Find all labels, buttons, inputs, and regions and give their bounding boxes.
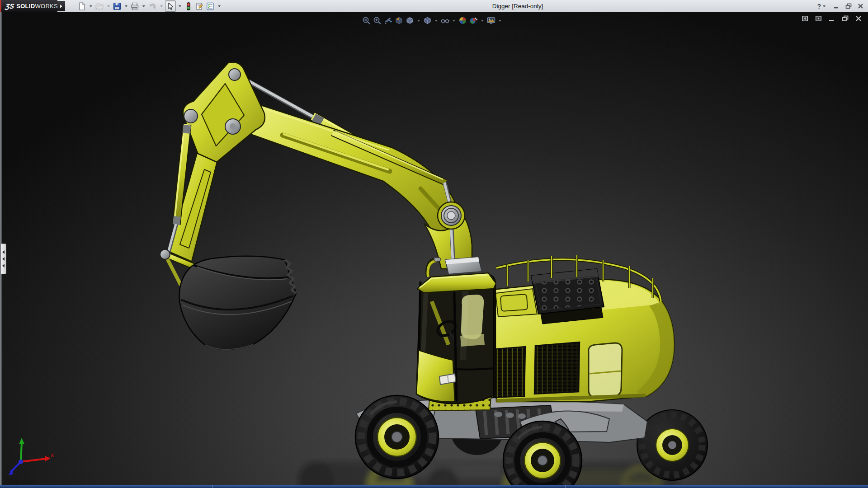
hide-show-items-icon <box>440 16 450 25</box>
display-style-caret[interactable] <box>435 20 438 22</box>
zoom-to-fit-button[interactable] <box>362 16 371 25</box>
solidworks-logo-light: WORKS <box>35 3 58 9</box>
edit-appearance-icon <box>458 16 467 25</box>
restore-button[interactable] <box>845 3 852 9</box>
window-controls: ? <box>817 0 863 12</box>
hood-hatch <box>495 289 537 317</box>
solidworks-logo-bold: SOLID <box>16 3 35 9</box>
minimize-icon <box>834 3 840 9</box>
taskbar-divider <box>181 485 181 488</box>
wheel-front-left <box>355 395 439 479</box>
new-document-icon <box>77 2 86 11</box>
bucket <box>179 256 296 350</box>
collapse-arrow-icon <box>2 257 5 261</box>
open-button[interactable] <box>94 1 104 11</box>
display-style-icon <box>423 16 432 25</box>
section-view-button[interactable] <box>394 16 404 25</box>
pane-right-button[interactable] <box>815 15 822 22</box>
menu-flyout-button[interactable] <box>57 1 65 11</box>
save-dropdown-caret[interactable] <box>125 5 127 7</box>
view-orientation-label: *Dimetric <box>6 478 36 485</box>
undo-button[interactable] <box>147 1 157 11</box>
cab <box>416 257 496 404</box>
select-cursor-icon <box>166 2 175 11</box>
flyout-arrow-icon <box>60 5 62 8</box>
restore-icon <box>845 3 852 9</box>
engine-block <box>531 269 604 324</box>
wheel-rear-right <box>637 410 708 480</box>
featuremanager-splitter-tab[interactable] <box>1 244 6 274</box>
options-checklist-icon <box>206 2 215 11</box>
help-label: ? <box>817 3 821 10</box>
rebuild-button[interactable] <box>184 1 193 11</box>
new-document-button[interactable] <box>77 1 87 11</box>
close-icon <box>858 3 863 9</box>
solidworks-logo: ƷS SOLID WORKS <box>1 0 57 12</box>
triad-x-label: x <box>51 452 54 458</box>
undo-dropdown-caret[interactable] <box>160 5 163 7</box>
taskbar-sliver <box>0 485 868 488</box>
print-dropdown-caret[interactable] <box>142 5 145 7</box>
print-icon <box>130 2 139 11</box>
options-button[interactable] <box>205 1 215 11</box>
excavator-model: x <box>0 12 868 485</box>
display-style-button[interactable] <box>423 16 432 25</box>
previous-view-icon <box>383 16 393 25</box>
zoom-to-fit-icon <box>362 16 371 25</box>
apply-scene-icon <box>469 16 478 25</box>
help-dropdown-caret[interactable] <box>823 5 826 7</box>
graphics-viewport[interactable]: x <box>0 12 868 485</box>
pane-left-button[interactable] <box>802 15 808 22</box>
solidworks-logo-glyph: ƷS <box>5 2 15 10</box>
rear-window <box>589 343 622 397</box>
roof-box <box>445 257 482 274</box>
file-properties-button[interactable] <box>194 1 204 11</box>
collapse-arrow-icon <box>2 250 5 254</box>
open-dropdown-caret[interactable] <box>107 5 110 7</box>
edit-appearance-button[interactable] <box>458 16 467 25</box>
hide-show-items-caret[interactable] <box>453 20 455 22</box>
undo-icon <box>148 2 157 11</box>
taskbar-divider <box>565 485 566 488</box>
apply-scene-button[interactable] <box>469 16 478 25</box>
file-properties-icon <box>195 2 204 11</box>
view-orientation-icon <box>405 16 415 25</box>
hide-show-items-button[interactable] <box>440 16 450 25</box>
previous-view-button[interactable] <box>383 16 393 25</box>
save-button[interactable] <box>112 1 122 11</box>
new-dropdown-caret[interactable] <box>90 5 92 7</box>
options-dropdown-caret[interactable] <box>218 5 221 7</box>
title-bar: ƷS SOLID WORKS <box>0 0 868 13</box>
zoom-to-area-icon <box>373 16 382 25</box>
section-view-icon <box>394 16 404 25</box>
select-tool-button[interactable] <box>165 0 176 12</box>
orientation-triad: x <box>8 438 54 475</box>
stick-arm <box>238 102 458 235</box>
close-button[interactable] <box>858 3 863 9</box>
main-toolbar <box>77 0 223 12</box>
restore-doc-button[interactable] <box>842 15 849 22</box>
collapse-arrow-icon <box>2 264 5 267</box>
view-settings-icon <box>486 16 496 25</box>
document-window-controls <box>802 15 862 22</box>
view-settings-caret[interactable] <box>499 20 501 22</box>
floor-reflection <box>298 462 678 485</box>
print-button[interactable] <box>130 1 140 11</box>
open-icon <box>95 2 104 11</box>
boom-triangle-plate <box>183 62 265 165</box>
apply-scene-caret[interactable] <box>481 20 484 22</box>
view-settings-button[interactable] <box>486 16 496 25</box>
zoom-to-area-button[interactable] <box>373 16 382 25</box>
view-orientation-button[interactable] <box>405 16 415 25</box>
minimize-doc-button[interactable] <box>829 15 835 22</box>
window-title: Digger [Read-only] <box>470 3 565 9</box>
rebuild-traffic-light-icon <box>184 2 193 11</box>
side-grille-right <box>534 342 580 394</box>
select-dropdown-caret[interactable] <box>179 5 181 7</box>
heads-up-toolbar <box>362 16 504 25</box>
save-icon <box>113 2 122 11</box>
minimize-button[interactable] <box>834 3 840 9</box>
help-button[interactable]: ? <box>817 3 828 10</box>
close-doc-button[interactable] <box>855 15 862 22</box>
view-orientation-caret[interactable] <box>417 20 420 22</box>
